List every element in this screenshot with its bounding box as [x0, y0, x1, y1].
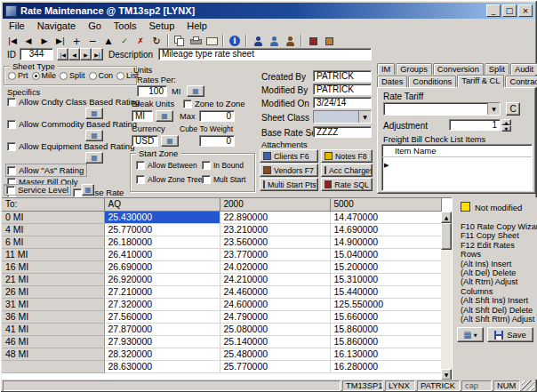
allow-between-checkbox[interactable]: Allow Between — [136, 161, 197, 170]
service-level-checkbox[interactable] — [4, 184, 9, 186]
allow-as-rating-checkbox[interactable]: Allow "As" Rating — [5, 164, 87, 177]
rate-cell[interactable]: 14.470000 — [330, 211, 441, 223]
rate-cell[interactable]: 23.770000 — [220, 248, 330, 260]
cube-to-weight-field[interactable]: 0 — [199, 135, 235, 147]
rate-cell[interactable]: 28.320000 — [104, 348, 220, 360]
allow-zone-tree-checkbox[interactable]: Allow Zone Tree — [136, 175, 202, 184]
rate-cell[interactable]: 24.460000 — [220, 285, 330, 298]
currency-lookup-button[interactable]: ▦ — [161, 135, 179, 147]
rate-cell[interactable]: 25.140000 — [220, 335, 330, 348]
adjustment-field[interactable]: 1 — [449, 119, 501, 131]
menu-help[interactable]: Help — [180, 20, 213, 32]
id-nav-prior-button[interactable]: ◀ — [68, 48, 80, 60]
service-level-checkbox[interactable]: Service Level — [4, 184, 71, 196]
rate-cell[interactable]: 26.410000 — [104, 248, 220, 260]
tab-conversion[interactable]: Conversion — [433, 63, 484, 75]
max-field[interactable]: 0 — [199, 110, 235, 122]
minimize-button[interactable]: _ — [486, 4, 501, 17]
rate-cell[interactable]: 27.930000 — [104, 335, 220, 348]
menu-setup[interactable]: Setup — [143, 20, 181, 32]
radio-mile-selected[interactable]: Mile — [32, 71, 57, 80]
base-rate-checkbox[interactable]: Base Rate — [73, 188, 124, 197]
break-units-lookup-button[interactable]: ▦ — [156, 110, 173, 122]
rate-cell[interactable]: 15.200000 — [330, 260, 441, 273]
vendors-f7-button[interactable]: Vendors F7 — [260, 164, 318, 177]
radio-split[interactable]: Split — [60, 71, 85, 80]
prior-record-button[interactable]: ◀ — [20, 34, 36, 48]
copy-button[interactable] — [172, 34, 188, 48]
rate-cell[interactable]: 27.560000 — [104, 310, 220, 323]
edit-record-button[interactable]: ▲ — [100, 34, 116, 48]
charges-toolbar-button[interactable] — [321, 34, 337, 48]
id-nav-last-button[interactable]: ▶| — [92, 48, 103, 60]
rate-cell[interactable]: 26.690000 — [104, 260, 220, 273]
rate-cell[interactable]: 25.770000 — [104, 223, 220, 236]
rate-cell[interactable]: 15.860000 — [330, 323, 441, 335]
tab-tariff-cl-active[interactable]: Tariff & CL — [457, 75, 504, 87]
rate-cell[interactable]: 27.320000 — [104, 298, 220, 310]
id-nav-next-button[interactable]: ▶ — [80, 48, 92, 60]
adjustment-spin-down[interactable]: ▼ — [501, 125, 511, 132]
sheet-class-combobox[interactable]: ▼ — [313, 110, 372, 124]
tab-im[interactable]: IM — [377, 63, 395, 75]
next-record-button[interactable]: ▶ — [36, 34, 52, 48]
rate-sql-button[interactable]: Rate SQL — [321, 178, 373, 191]
mail-button[interactable] — [204, 34, 220, 48]
rate-cell[interactable]: 15.440000 — [330, 285, 441, 298]
rate-cell[interactable]: 25.080000 — [220, 323, 330, 335]
rate-cell[interactable]: 25.480000 — [220, 348, 330, 360]
rate-cell[interactable]: 14.690000 — [330, 223, 441, 236]
description-field[interactable]: Mileage type rate sheet — [158, 48, 372, 60]
tab-groups[interactable]: Groups — [396, 63, 432, 75]
rate-cell[interactable]: 25.770000 — [220, 360, 330, 372]
vendors-toolbar-button[interactable] — [266, 34, 282, 48]
rate-cell[interactable]: 16.130000 — [330, 348, 441, 360]
rate-cell[interactable]: 24.790000 — [220, 310, 330, 323]
post-edit-button[interactable]: ✓ — [116, 34, 132, 48]
rate-tariff-combobox[interactable]: ▼ — [383, 102, 501, 116]
checklist-row[interactable]: ▶ — [382, 157, 532, 172]
currency-field[interactable]: USD — [132, 135, 158, 147]
rates-per-field[interactable]: 100 — [137, 85, 167, 97]
rate-cell[interactable]: 16.280000 — [330, 360, 441, 372]
tab-audit[interactable]: Audit — [510, 63, 537, 75]
rate-cell[interactable]: 26.920000 — [104, 273, 220, 285]
in-bound-checkbox[interactable]: In Bound — [202, 161, 244, 170]
id-field[interactable]: 344 — [20, 48, 53, 60]
rate-cell[interactable]: 24.210000 — [220, 273, 330, 285]
menu-go[interactable]: Go — [82, 20, 108, 32]
maximize-button[interactable]: □ — [502, 4, 517, 17]
first-record-button[interactable]: |◀ — [4, 34, 20, 48]
rates-per-lookup-button[interactable]: ▦ — [187, 85, 204, 97]
scroll-down-icon[interactable]: ▼ — [441, 369, 452, 380]
clients-toolbar-button[interactable] — [250, 34, 266, 48]
grid-options-split-button[interactable]: ▦ ▼ — [457, 327, 484, 342]
zone-to-zone-checkbox[interactable]: Zone to Zone — [183, 99, 245, 108]
delete-record-button[interactable]: − — [84, 34, 100, 48]
scroll-thumb[interactable] — [441, 223, 452, 250]
equipment-lookup-button[interactable]: ▦ — [85, 152, 103, 164]
base-rate-seq-field[interactable]: ZZZZ — [313, 126, 372, 138]
rate-cell[interactable]: 14.900000 — [330, 236, 441, 248]
allow-commodity-checkbox[interactable]: Allow Commodity Based Rating — [7, 119, 137, 129]
grid-vertical-scrollbar[interactable]: ▲ ▼ — [441, 212, 452, 380]
rate-cell[interactable]: 24.600000 — [220, 298, 330, 310]
menu-tools[interactable]: Tools — [108, 20, 143, 32]
allow-equipment-checkbox[interactable]: Allow Equipment Based Rating — [7, 141, 134, 151]
chevron-down-icon[interactable]: ▼ — [358, 111, 371, 123]
last-record-button[interactable]: ▶| — [52, 34, 68, 48]
rate-cell[interactable]: 23.560000 — [220, 236, 330, 248]
allow-cmdty-class-checkbox[interactable]: Allow Cndty Class Based Rating — [7, 97, 140, 107]
rate-cell[interactable]: 24.020000 — [220, 260, 330, 273]
rate-cell[interactable]: 27.870000 — [104, 323, 220, 335]
radio-prt[interactable]: Prt — [8, 71, 28, 80]
rate-cell[interactable]: 15.040000 — [330, 248, 441, 260]
tab-conditions[interactable]: Conditions — [408, 76, 456, 87]
resize-grip[interactable] — [522, 380, 534, 391]
tab-contract[interactable]: Contract — [505, 76, 537, 87]
rate-cell[interactable]: 15.660000 — [330, 310, 441, 323]
rate-cell[interactable]: 26.180000 — [104, 236, 220, 248]
clients-f6-button[interactable]: Clients F6 — [260, 149, 318, 163]
rate-cell[interactable]: 125.550000 — [330, 298, 441, 310]
app-icon[interactable] — [5, 5, 17, 17]
